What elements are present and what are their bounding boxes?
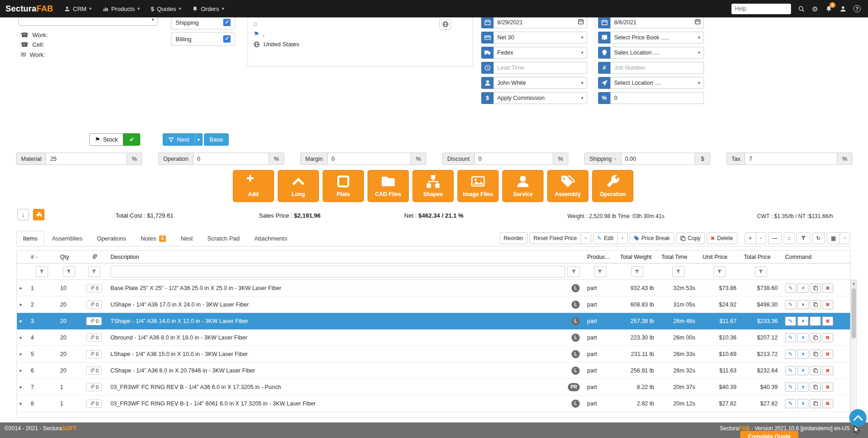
table-row[interactable]: ▸ 2 20 0 UShape - 1/4" A36 17.0 in X 24.… [17, 296, 850, 313]
attachments-chip[interactable]: 0 [86, 383, 102, 391]
product-filter-button[interactable] [594, 266, 606, 277]
unit-price-filter-button[interactable] [714, 266, 726, 277]
shapes-button[interactable]: Shapes [412, 170, 454, 202]
attachments-chip[interactable]: 0 [86, 367, 102, 375]
header-total-weight[interactable]: Total Weight [616, 254, 658, 260]
stock-button[interactable]: ⚑Stock [89, 133, 123, 146]
reset-fixed-price-button[interactable]: Reset Fixed Price [529, 232, 581, 244]
refresh-button[interactable]: ↻ [812, 232, 825, 244]
customer-select[interactable]: ▾ [18, 17, 158, 26]
delete-row-button[interactable]: ✖ [822, 317, 833, 326]
requote-row-button[interactable] [797, 317, 808, 326]
lead-time-field[interactable] [481, 62, 587, 74]
edit-row-button[interactable]: ✎ [785, 366, 796, 375]
row-expander[interactable]: ▸ [17, 400, 27, 406]
attachments-chip[interactable]: 0 [86, 334, 102, 342]
description-filter-button[interactable] [567, 266, 580, 277]
requote-row-button[interactable] [797, 333, 808, 342]
copy-row-button[interactable] [810, 300, 821, 309]
price-break-button[interactable]: Price Break [630, 232, 674, 244]
row-expander[interactable]: ▸ [17, 334, 27, 340]
collapse-panel-button[interactable]: ↓ [17, 209, 29, 220]
requote-row-button[interactable] [797, 300, 808, 309]
service-button[interactable]: Service [502, 170, 544, 202]
attachments-filter-button[interactable] [88, 266, 100, 277]
tab-nest[interactable]: Nest [174, 231, 199, 246]
operation-button[interactable]: Operation [592, 170, 633, 202]
cad-files-button[interactable]: CAD Files [368, 170, 409, 202]
margin-input[interactable] [328, 153, 411, 165]
help-icon[interactable]: ? [853, 5, 861, 12]
attachments-chip[interactable]: 0 [86, 301, 102, 309]
menu-quotes[interactable]: $Quotes▾ [145, 0, 187, 17]
copy-row-button[interactable] [810, 333, 821, 342]
table-row[interactable]: ▸ 5 20 0 LShape - 1/4" A36 15.0 in X 10.… [17, 346, 850, 362]
billing-checkbox[interactable] [223, 35, 231, 43]
header-product[interactable]: Produc... [583, 254, 616, 260]
puzzle-button[interactable] [33, 209, 44, 220]
attachments-chip[interactable]: 0 [86, 350, 102, 358]
scrollbar-thumb[interactable] [852, 288, 856, 339]
copy-row-button[interactable] [810, 366, 821, 375]
nest-dropdown-caret[interactable]: ▾ [195, 133, 203, 146]
add-button[interactable]: Add [233, 170, 274, 202]
long-button[interactable]: Long [278, 170, 319, 202]
edit-button[interactable]: ✎Edit [593, 232, 618, 244]
shipping-cost-input[interactable] [621, 153, 695, 165]
table-row[interactable]: ▸ 1 10 0 Base Plate 25" X 25" - 1/2" A36… [17, 280, 850, 296]
delete-row-button[interactable]: ✖ [822, 383, 833, 392]
filter-toggle-button[interactable] [797, 232, 810, 244]
row-expander[interactable]: ▸ [17, 301, 27, 307]
location-select[interactable]: Select Location ....▾ [598, 77, 704, 89]
sales-person-select[interactable]: John White▾ [481, 77, 587, 89]
copy-row-button[interactable] [810, 284, 821, 293]
edit-row-button[interactable]: ✎ [785, 350, 796, 359]
map-view-button[interactable] [439, 19, 451, 30]
tab-operations[interactable]: Operations [91, 231, 133, 246]
delete-row-button[interactable]: ✖ [822, 300, 833, 309]
copy-row-button[interactable] [810, 399, 821, 408]
requote-row-button[interactable] [797, 383, 808, 392]
app-logo[interactable]: SecturaFAB [0, 4, 59, 14]
delete-row-button[interactable]: ✖ [822, 350, 833, 359]
commission-percent-input[interactable] [614, 95, 700, 101]
grid-columns-caret[interactable]: ▾ [840, 232, 850, 244]
nest-button[interactable]: Nest [163, 133, 195, 146]
tab-assemblies[interactable]: Assemblies [45, 231, 88, 246]
grid-columns-button[interactable]: ▦ [827, 232, 840, 244]
requote-row-button[interactable] [797, 399, 808, 408]
attachments-chip[interactable]: 0 [86, 317, 102, 325]
help-search-input[interactable] [731, 4, 791, 14]
tab-attachments[interactable]: Attachments [248, 231, 294, 246]
header-total-time[interactable]: Total Time [658, 254, 699, 260]
header-attachments[interactable] [81, 254, 107, 260]
attachments-chip[interactable]: 0 [86, 284, 102, 292]
search-icon[interactable] [798, 5, 805, 12]
header-qty[interactable]: Qty [56, 254, 81, 260]
add-row-caret[interactable]: ▾ [756, 232, 766, 244]
tax-input[interactable] [745, 153, 837, 165]
gear-icon[interactable]: ⚙ [812, 5, 818, 12]
shipping-dropdown-button[interactable]: Shipping▾ [584, 153, 621, 165]
header-description[interactable]: Description [107, 254, 583, 260]
weight-filter-button[interactable] [631, 266, 643, 277]
header-total-price[interactable]: Total Price [740, 254, 781, 260]
row-expander[interactable]: ▸ [17, 384, 27, 390]
attachments-chip[interactable]: 0 [86, 400, 102, 408]
table-scrollbar[interactable]: ▲ [851, 279, 857, 417]
table-row[interactable]: ▸ 3 20 0 TShape - 1/4" A36 14.0 in X 12.… [17, 313, 850, 329]
base-button[interactable]: Base [204, 133, 229, 146]
material-markup-input[interactable] [46, 153, 126, 165]
row-expander[interactable]: ▸ [17, 285, 27, 291]
plate-button[interactable]: Plate [323, 170, 364, 202]
requote-row-button[interactable] [797, 350, 808, 359]
reset-fixed-price-caret[interactable]: ▾ [581, 232, 591, 244]
copy-row-button[interactable] [810, 317, 821, 326]
reorder-button[interactable]: Reorder [500, 232, 527, 244]
job-number-input[interactable] [614, 65, 700, 71]
calendar-picker-icon[interactable] [695, 19, 701, 26]
table-row[interactable]: ▸ 6 20 0 CShape - 1/4" A36 8.0 in X 20.7… [17, 362, 850, 379]
menu-orders[interactable]: Orders▾ [187, 0, 230, 17]
requote-row-button[interactable] [797, 366, 808, 375]
menu-products[interactable]: Products▾ [97, 0, 145, 17]
